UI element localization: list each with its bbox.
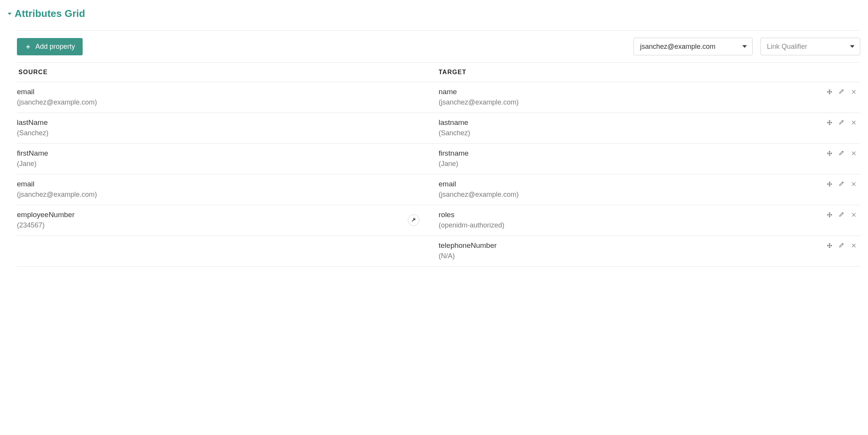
pencil-icon (838, 242, 845, 249)
target-attr-value: (Sanchez) (439, 129, 793, 137)
link-qualifier-select[interactable]: Link Qualifier (760, 38, 860, 55)
pencil-icon (838, 181, 845, 187)
delete-button[interactable] (850, 211, 857, 218)
table-row[interactable]: telephoneNumber(N/A) (17, 236, 860, 267)
source-attr-value: (jsanchez@example.com) (17, 191, 439, 199)
grid-header: Source Target (17, 63, 860, 82)
reorder-button[interactable] (826, 88, 833, 95)
source-attr-name: lastName (17, 118, 439, 127)
wrench-icon (411, 218, 416, 223)
reorder-button[interactable] (826, 242, 833, 249)
user-select[interactable]: jsanchez@example.com (634, 38, 753, 55)
edit-button[interactable] (838, 119, 845, 126)
move-icon (826, 212, 832, 218)
reorder-button[interactable] (826, 211, 833, 218)
move-icon (826, 242, 832, 249)
pencil-icon (838, 120, 845, 126)
chevron-down-icon (742, 45, 747, 48)
link-qualifier-placeholder: Link Qualifier (767, 43, 807, 51)
target-attr-value: (jsanchez@example.com) (439, 98, 793, 106)
move-icon (826, 120, 832, 126)
move-icon (826, 181, 832, 187)
chevron-down-icon (850, 45, 855, 48)
source-attr-name: firstName (17, 149, 439, 158)
toolbar: ＋ Add property jsanchez@example.com Link… (17, 31, 860, 63)
header-target: Target (439, 69, 793, 76)
close-icon (851, 150, 857, 156)
close-icon (851, 89, 857, 95)
target-attr-value: (N/A) (439, 252, 793, 260)
table-row[interactable]: employeeNumber(234567)roles(openidm-auth… (17, 205, 860, 236)
target-attr-name: lastname (439, 118, 793, 127)
table-row[interactable]: firstName(Jane)firstname(Jane) (17, 144, 860, 174)
delete-button[interactable] (850, 150, 857, 157)
pencil-icon (838, 89, 845, 95)
edit-button[interactable] (838, 211, 845, 218)
reorder-button[interactable] (826, 119, 833, 126)
add-property-label: Add property (35, 43, 75, 51)
reorder-button[interactable] (826, 181, 833, 188)
pencil-icon (838, 150, 845, 156)
target-attr-name: telephoneNumber (439, 241, 793, 250)
edit-button[interactable] (838, 150, 845, 157)
delete-button[interactable] (850, 88, 857, 95)
table-row[interactable]: email(jsanchez@example.com)email(jsanche… (17, 174, 860, 205)
edit-button[interactable] (838, 181, 845, 188)
close-icon (851, 120, 857, 126)
source-attr-value: (jsanchez@example.com) (17, 98, 439, 106)
pencil-icon (838, 212, 845, 218)
source-attr-value: (Sanchez) (17, 129, 439, 137)
target-attr-name: roles (439, 211, 793, 219)
edit-button[interactable] (838, 242, 845, 249)
source-attr-name: email (17, 180, 439, 188)
close-icon (851, 212, 857, 218)
target-attr-name: name (439, 88, 793, 96)
target-attr-name: email (439, 180, 793, 188)
target-attr-value: (jsanchez@example.com) (439, 191, 793, 199)
target-attr-value: (Jane) (439, 160, 793, 168)
close-icon (851, 181, 857, 187)
delete-button[interactable] (850, 242, 857, 249)
edit-button[interactable] (838, 88, 845, 95)
source-attr-value: (234567) (17, 221, 408, 229)
section-title: Attributes Grid (15, 8, 85, 20)
reorder-button[interactable] (826, 150, 833, 157)
source-attr-value: (Jane) (17, 160, 439, 168)
source-attr-name: employeeNumber (17, 211, 408, 219)
table-row[interactable]: lastName(Sanchez)lastname(Sanchez) (17, 113, 860, 144)
target-attr-name: firstname (439, 149, 793, 158)
transform-button[interactable] (408, 214, 419, 226)
caret-down-icon (8, 13, 12, 15)
move-icon (826, 150, 832, 156)
header-source: Source (17, 69, 439, 76)
source-attr-name: email (17, 88, 439, 96)
user-select-value: jsanchez@example.com (640, 43, 715, 51)
move-icon (826, 89, 832, 95)
target-attr-value: (openidm-authorized) (439, 221, 793, 229)
close-icon (851, 242, 857, 249)
plus-icon: ＋ (25, 43, 32, 50)
delete-button[interactable] (850, 119, 857, 126)
section-toggle[interactable]: Attributes Grid (8, 8, 860, 20)
table-row[interactable]: email(jsanchez@example.com)name(jsanchez… (17, 82, 860, 113)
delete-button[interactable] (850, 181, 857, 188)
add-property-button[interactable]: ＋ Add property (17, 38, 83, 55)
